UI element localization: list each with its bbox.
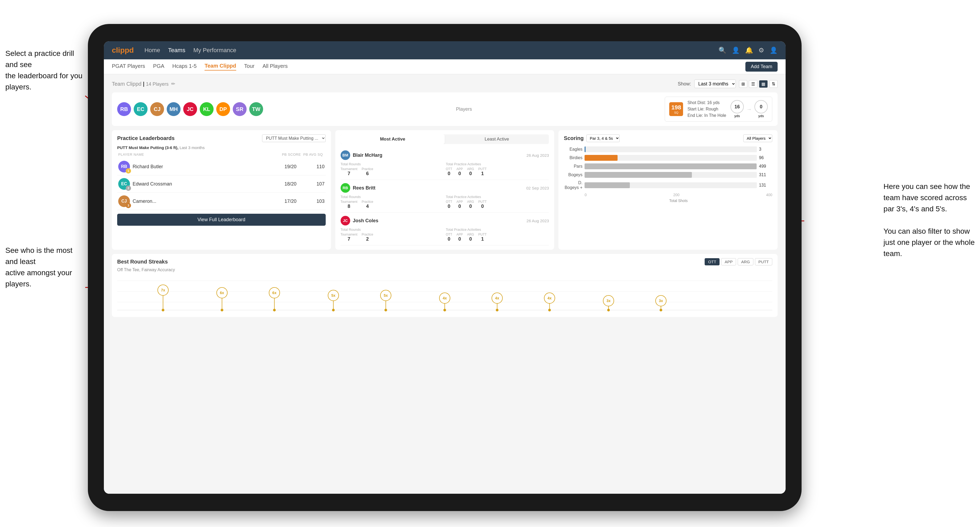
bell-icon[interactable]: 🔔	[745, 46, 753, 54]
shot-card: 198 SQ Shot Dist: 16 yds Start Lie: Roug…	[665, 97, 772, 122]
player-avatar-7[interactable]: DP	[216, 102, 230, 116]
user-icon[interactable]: 👤	[732, 46, 740, 54]
nav-item-myperformance[interactable]: My Performance	[193, 47, 236, 54]
shot-circle-1: 16	[730, 100, 744, 113]
svg-point-35	[496, 309, 498, 311]
svg-text:3x: 3x	[606, 298, 611, 303]
most-active-card: Most Active Least Active BM Blair McHarg…	[335, 130, 554, 250]
activity-date-1: 26 Aug 2023	[527, 153, 549, 157]
content-area: Team Clippd | 14 Players ✏ Show: Last 3 …	[104, 74, 786, 494]
arg-stat-3: ARG 0	[467, 233, 474, 242]
team-header: Team Clippd | 14 Players ✏ Show: Last 3 …	[112, 79, 778, 88]
streaks-header: Best Round Streaks OTT APP ARG PUTT	[117, 258, 772, 265]
streaks-filter-arg[interactable]: ARG	[738, 258, 753, 265]
activity-player-info-1: BM Blair McHarg	[340, 151, 382, 160]
subnav-pga[interactable]: PGA	[153, 63, 164, 70]
nav-item-home[interactable]: Home	[144, 47, 160, 54]
player-avatar-1[interactable]: RB	[117, 102, 131, 116]
player-avatar-5[interactable]: JC	[183, 102, 197, 116]
svg-point-11	[162, 309, 164, 311]
lb-score-2: 18/20	[280, 181, 301, 187]
drill-select[interactable]: PUTT Must Make Putting ...	[262, 135, 326, 142]
practice-stat-3: Practice 2	[362, 233, 373, 242]
show-period-select[interactable]: Last 3 months	[694, 79, 736, 88]
player-avatar-2[interactable]: EC	[134, 102, 148, 116]
lb-table-header: PLAYER NAME PB SCORE PB AVG SQ	[117, 152, 326, 157]
streaks-filter-putt[interactable]: PUTT	[755, 258, 772, 265]
top-nav: clippd Home Teams My Performance 🔍 👤 🔔 ⚙…	[104, 41, 786, 59]
subnav-tour[interactable]: Tour	[244, 63, 255, 70]
view-sort-icon[interactable]: ⇅	[769, 80, 778, 88]
player-avatar-4[interactable]: MH	[167, 102, 181, 116]
svg-point-27	[385, 309, 387, 311]
lb-score-3: 17/20	[280, 198, 301, 204]
view-list-icon[interactable]: ☰	[749, 80, 757, 88]
ott-stat-3: OTT 0	[446, 233, 452, 242]
view-grid-icon[interactable]: ⊞	[739, 80, 747, 88]
practice-activities-group-3: Total Practice Activities OTT 0 APP 0	[446, 227, 549, 242]
total-rounds-group-1: Total Rounds Tournament 7 Practice 6	[340, 162, 444, 176]
lb-avg-2: 107	[303, 181, 325, 187]
leaderboards-subtitle: PUTT Must Make Putting (3-6 ft), Last 3 …	[117, 145, 326, 150]
subnav-allplayers[interactable]: All Players	[262, 63, 288, 70]
edit-team-button[interactable]: ✏	[171, 81, 175, 87]
scoring-header: Scoring Par 3, 4 & 5s All Players	[564, 135, 772, 142]
settings-icon[interactable]: ⚙	[759, 46, 764, 54]
view-card-icon[interactable]: ▦	[759, 80, 768, 88]
activity-player-card-2: RB Rees Britt 02 Sep 2023 Total Rounds T…	[340, 180, 549, 213]
player-avatar-6[interactable]: KL	[200, 102, 213, 116]
scoring-x-label: Total Shots	[564, 198, 772, 203]
most-active-toggle[interactable]: Most Active	[340, 135, 445, 144]
table-row[interactable]: EC 2 Edward Crossman 18/20 107	[117, 175, 326, 193]
table-row[interactable]: RB 1 Richard Butler 19/20 110	[117, 158, 326, 175]
search-icon[interactable]: 🔍	[719, 46, 727, 54]
view-full-leaderboard-button[interactable]: View Full Leaderboard	[117, 214, 326, 226]
lb-name-2: Edward Crossman	[133, 181, 172, 187]
scoring-card: Scoring Par 3, 4 & 5s All Players Eagles	[558, 130, 778, 250]
avatar-icon[interactable]: 👤	[770, 46, 778, 54]
toggle-row: Most Active Least Active	[340, 135, 549, 144]
svg-text:7x: 7x	[161, 288, 165, 292]
least-active-toggle[interactable]: Least Active	[445, 135, 549, 144]
practice-leaderboards-card: Practice Leaderboards PUTT Must Make Put…	[112, 130, 331, 250]
ott-stat-2: OTT 0	[446, 200, 452, 209]
nav-item-teams[interactable]: Teams	[168, 47, 185, 54]
bar-track-dbogeys	[584, 182, 757, 188]
activity-avatar-3: JC	[340, 216, 350, 225]
table-row[interactable]: CJ 3 Cameron... 17/20 103	[117, 193, 326, 210]
activity-player-info-2: RB Rees Britt	[340, 183, 375, 193]
svg-point-23	[332, 309, 335, 311]
scoring-par-filter[interactable]: Par 3, 4 & 5s	[586, 135, 620, 142]
streaks-filter-ott[interactable]: OTT	[705, 258, 719, 265]
practice-activities-group-2: Total Practice Activities OTT 0 APP 0	[446, 195, 549, 209]
lb-avg-3: 103	[303, 198, 325, 204]
svg-text:6x: 6x	[272, 290, 277, 295]
tablet-frame: clippd Home Teams My Performance 🔍 👤 🔔 ⚙…	[88, 24, 802, 511]
tournament-stat-2: Tournament 8	[340, 200, 357, 209]
app-stat-1: APP 0	[457, 167, 463, 176]
subnav-pgat[interactable]: PGAT Players	[112, 63, 145, 70]
svg-point-47	[660, 309, 662, 311]
streaks-filter-app[interactable]: APP	[721, 258, 736, 265]
annotation-3: Here you can see how the team have score…	[884, 181, 975, 259]
scoring-bars: Eagles 3 Birdies 96	[564, 146, 772, 203]
subnav-hcaps[interactable]: Hcaps 1-5	[172, 63, 197, 70]
bar-track-birdies	[584, 155, 757, 161]
player-avatar-3[interactable]: CJ	[150, 102, 164, 116]
svg-text:5x: 5x	[331, 293, 336, 298]
total-rounds-group-2: Total Rounds Tournament 8 Practice 4	[340, 195, 444, 209]
add-team-button[interactable]: Add Team	[745, 62, 778, 71]
player-avatar-9[interactable]: TW	[249, 102, 263, 116]
rank-badge-1: 1	[126, 168, 131, 173]
practice-activities-group-1: Total Practice Activities OTT 0 APP 0	[446, 162, 549, 176]
activity-date-3: 26 Aug 2023	[527, 219, 549, 223]
bar-fill-eagles	[584, 146, 585, 152]
scoring-player-filter[interactable]: All Players	[743, 135, 772, 142]
app-stat-2: APP 0	[457, 200, 463, 209]
scoring-title: Scoring	[564, 135, 584, 141]
player-avatar-8[interactable]: SR	[233, 102, 247, 116]
activity-name-2: Rees Britt	[353, 185, 375, 191]
subnav-teamclippd[interactable]: Team Clippd	[205, 63, 236, 71]
svg-text:5x: 5x	[384, 293, 388, 298]
practice-stat-1: Practice 6	[362, 167, 373, 176]
